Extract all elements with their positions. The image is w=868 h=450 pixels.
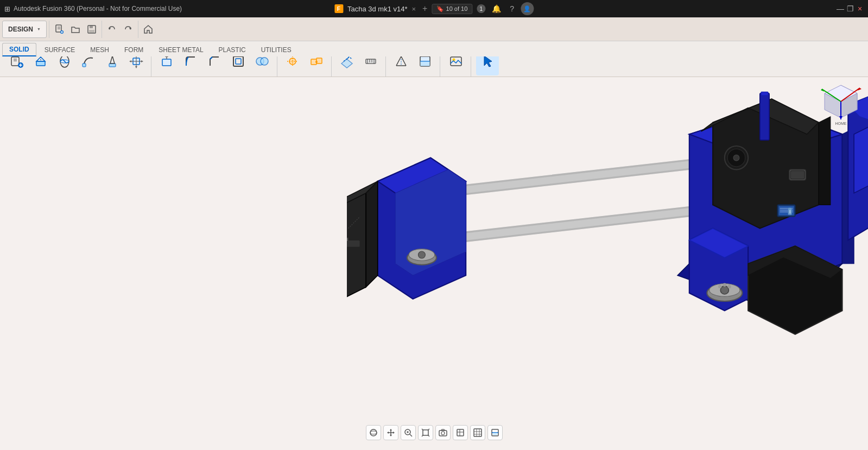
grid-icon (473, 428, 482, 437)
construct-group-icons (335, 56, 382, 77)
tab-solid[interactable]: SOLID (2, 43, 36, 56)
svg-marker-128 (387, 432, 389, 434)
sweep-btn[interactable] (77, 56, 100, 75)
design-dropdown[interactable]: DESIGN ▼ (2, 21, 47, 38)
svg-rect-142 (457, 429, 464, 436)
save-btn[interactable] (84, 21, 99, 38)
tab-mesh[interactable]: MESH (83, 43, 116, 56)
toolbar-top: DESIGN ▼ (0, 17, 868, 41)
construct-measure-icon (363, 56, 378, 69)
loft-btn[interactable] (101, 56, 124, 75)
notification-bell-icon[interactable]: 🔔 (490, 4, 503, 13)
svg-point-109 (718, 285, 722, 289)
move-btn[interactable] (125, 56, 148, 75)
modify-group-icons (155, 56, 274, 77)
svg-text:HOME: HOME (835, 122, 847, 125)
svg-point-88 (733, 155, 739, 161)
redo-btn[interactable] (121, 21, 136, 38)
as-built-joint-btn[interactable] (305, 56, 328, 75)
minimize-button[interactable]: — (837, 5, 844, 12)
title-bar-left: ⊞ Autodesk Fusion 360 (Personal - Not fo… (4, 5, 182, 13)
home-icon (143, 24, 153, 34)
shell-btn[interactable] (227, 56, 250, 75)
home-btn[interactable] (141, 21, 156, 38)
version-badge[interactable]: 🔖 10 of 10 (432, 4, 472, 14)
user-avatar[interactable]: 👤 (521, 2, 534, 15)
combine-btn[interactable] (251, 56, 274, 75)
tab-surface[interactable]: SURFACE (37, 43, 83, 56)
new-component-btn[interactable] (5, 56, 28, 75)
select-btn[interactable] (476, 56, 499, 75)
fit-btn[interactable] (418, 425, 433, 440)
chamfer-btn[interactable] (203, 56, 226, 75)
revolve-icon (57, 56, 72, 69)
svg-point-45 (315, 61, 318, 63)
view-cube[interactable]: HOME (819, 83, 863, 126)
svg-marker-129 (393, 432, 395, 434)
combine-icon (255, 56, 270, 69)
undo-icon (107, 24, 117, 34)
svg-line-46 (347, 57, 349, 59)
construct-measure-btn[interactable] (359, 56, 382, 75)
svg-marker-72 (347, 193, 366, 305)
svg-point-140 (441, 432, 445, 435)
design-dropdown-arrow: ▼ (37, 27, 41, 31)
push-pull-btn[interactable] (155, 56, 178, 75)
revolve-btn[interactable] (53, 56, 76, 75)
insert-image-btn[interactable] (445, 56, 467, 75)
title-bar-right: — ❐ × (837, 5, 864, 12)
zoom-btn[interactable] (401, 425, 416, 440)
camera-icon (439, 428, 447, 437)
svg-point-39 (261, 58, 268, 65)
inspect-group-icons (390, 56, 436, 77)
chamfer-icon (207, 56, 222, 69)
grid-btn[interactable] (470, 425, 485, 440)
offset-plane-btn[interactable] (335, 56, 358, 75)
svg-marker-82 (819, 117, 831, 205)
assemble-group: ASSEMBLE ▼ (278, 56, 332, 77)
open-btn[interactable] (68, 21, 83, 38)
svg-rect-134 (423, 430, 428, 435)
svg-marker-30 (129, 60, 131, 62)
camera-btn[interactable] (435, 425, 451, 440)
separator-3 (138, 21, 138, 38)
bottom-toolbar (366, 425, 503, 440)
notification-badge[interactable]: 1 (477, 4, 485, 13)
new-document-btn[interactable] (52, 21, 67, 38)
design-label: DESIGN (8, 26, 33, 33)
svg-point-70 (418, 251, 425, 258)
maximize-button[interactable]: ❐ (846, 5, 854, 12)
svg-marker-24 (110, 56, 115, 64)
close-button[interactable]: × (856, 5, 864, 12)
joint-btn[interactable] (281, 56, 304, 75)
inspect-measure-btn[interactable] (390, 56, 413, 75)
svg-rect-96 (760, 93, 769, 141)
display-icon (456, 428, 465, 437)
undo-btn[interactable] (104, 21, 119, 38)
add-tab-btn[interactable]: + (422, 4, 427, 14)
offset-plane-icon (339, 56, 354, 69)
section-analysis-btn[interactable] (414, 56, 436, 75)
new-component-icon (9, 56, 24, 69)
display-btn[interactable] (453, 425, 468, 440)
tab-plastic[interactable]: PLASTIC (212, 43, 253, 56)
tab-utilities[interactable]: UTILITIES (254, 43, 299, 56)
orbit-btn[interactable] (366, 425, 381, 440)
svg-rect-145 (474, 429, 481, 436)
tab-close-btn[interactable]: × (412, 5, 416, 13)
tab-sheetmetal[interactable]: SHEET METAL (151, 43, 210, 56)
section-btn[interactable] (487, 425, 503, 440)
svg-marker-141 (441, 429, 445, 430)
help-icon[interactable]: ? (508, 4, 516, 13)
3d-assembly: I (347, 75, 868, 428)
extrude-btn[interactable] (29, 56, 52, 75)
tab-form[interactable]: FORM (117, 43, 150, 56)
fillet-btn[interactable] (179, 56, 202, 75)
save-icon (87, 24, 97, 34)
svg-rect-97 (761, 92, 768, 96)
svg-rect-8 (89, 30, 94, 33)
pan-btn[interactable] (383, 425, 398, 440)
svg-marker-127 (390, 435, 392, 436)
version-text: 10 of 10 (446, 5, 468, 12)
canvas-area[interactable]: I HOME (0, 77, 868, 450)
